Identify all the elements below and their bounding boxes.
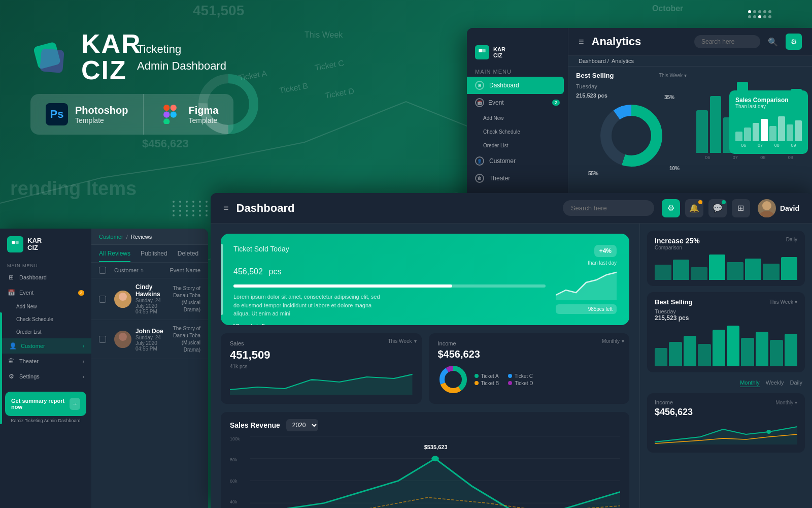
breadcrumb-reviews: Reviews [131, 234, 152, 240]
tab-monthly[interactable]: Monthly [740, 378, 760, 387]
increase-sub: Comparison [655, 245, 700, 250]
analytics-sidebar: KAR CIZ Main Menu ⊞ Dashboard 📅 Event 2 … [467, 28, 568, 221]
svg-point-6 [171, 112, 177, 118]
sc-subtitle: Than last day [735, 104, 802, 109]
analytics-menu-addnew[interactable]: Add New [467, 111, 568, 125]
ticket-progress-bar [233, 284, 546, 288]
review-checkbox-1[interactable] [99, 296, 106, 303]
analytics-logo-text: KAR CIZ [493, 46, 505, 58]
dots-pattern-1 [173, 201, 210, 216]
svg-point-34 [431, 456, 439, 461]
user-avatar [758, 199, 776, 217]
bell-button[interactable]: 🔔 [685, 199, 703, 217]
income-value-display: $456,623 [655, 407, 797, 418]
user-name: David [780, 204, 799, 212]
analytics-hamburger[interactable]: ≡ [579, 37, 584, 47]
increase-period: Daily [786, 237, 797, 242]
left-menu-dashboard[interactable]: ⊞ Dashboard [0, 270, 91, 285]
reviews-table-header: Customer ⇅ Event Name [91, 263, 208, 278]
bar-chart-labels: 06 07 08 09 [694, 155, 804, 160]
increase-bar-chart [655, 255, 797, 280]
tab-all-reviews[interactable]: All Reviews [99, 250, 130, 262]
income-line-chart [655, 419, 797, 444]
donut-label-10: 10% [669, 166, 680, 171]
left-menu-schedule[interactable]: Check Schedule [0, 313, 91, 326]
reviews-tabs: All Reviews Published Deleted [91, 245, 208, 263]
legend-ticket-a-dot [475, 374, 479, 378]
tab-published[interactable]: Published [141, 250, 167, 262]
review-checkbox-2[interactable] [99, 336, 106, 343]
stat-label-income: Income [438, 340, 621, 346]
grid-button[interactable]: ⊞ [732, 199, 750, 217]
left-menu-addnew[interactable]: Add New [0, 300, 91, 313]
bg-this-week: This Week [304, 30, 343, 40]
dashboard-search[interactable] [563, 200, 654, 216]
tab-weekly[interactable]: Weekly [766, 378, 784, 387]
analytics-logo: KAR CIZ [467, 38, 568, 65]
svg-rect-1 [40, 48, 64, 73]
left-menu-orderlist[interactable]: Oreder List [0, 326, 91, 338]
best-selling-right-card: Best Selling This Week ▾ Tuesday 215,523… [647, 292, 805, 372]
col-header-customer: Customer ⇅ [114, 267, 157, 273]
left-settings-icon: ⚙ [7, 372, 15, 380]
review-event-2: The Story of Danau Toba(Musical Drama) [168, 325, 200, 354]
stat-period-sales: This Week ▾ [388, 338, 416, 344]
analytics-menu-event[interactable]: 📅 Event 2 [467, 94, 568, 111]
breadcrumb-customer: Customer [99, 234, 123, 240]
bg-donut-decoration [198, 74, 259, 137]
review-row-2: John Doe Sunday, 24 July 2020 04:55 PM T… [91, 320, 208, 359]
get-report-arrow: → [70, 398, 80, 410]
income-donut-area: Ticket A Ticket C Ticket B Ticket D [438, 364, 621, 395]
sales-revenue-section: Sales Revenue 2020 100k 80k 60k 40k 20k [221, 412, 629, 508]
analytics-menu-schedule[interactable]: Check Schedule [467, 125, 568, 139]
year-select[interactable]: 2020 [286, 419, 318, 431]
analytics-menu-orderlist[interactable]: Oreder List [467, 139, 568, 152]
left-menu-event[interactable]: 📅 Event 2 [0, 285, 91, 300]
income-label: Income [655, 399, 673, 405]
photoshop-label: Photoshop Template [75, 105, 128, 124]
dashboard-hamburger[interactable]: ≡ [223, 203, 229, 213]
dashboard-title: Dashboard [236, 202, 555, 215]
bg-text-revenue: $456,623 [142, 137, 189, 150]
view-detail-button[interactable]: View detail → [233, 323, 274, 326]
tab-deleted[interactable]: Deleted [178, 250, 198, 262]
settings-button[interactable]: ⚙ [662, 199, 680, 217]
get-report-button[interactable]: Get summary report now → [5, 392, 86, 416]
analytics-menu-dashboard[interactable]: ⊞ Dashboard [467, 77, 564, 94]
photoshop-template[interactable]: Ps Photoshop Template [30, 94, 144, 135]
chat-button[interactable]: 💬 [708, 199, 727, 217]
analytics-gear-button[interactable]: ⚙ [786, 34, 802, 50]
search-icon[interactable]: 🔍 [768, 37, 778, 47]
analytics-menu-theater[interactable]: 🏛 Theater [467, 170, 568, 187]
income-period-label: Monthly ▾ [775, 400, 797, 405]
reviews-sidebar-nav: KAR CIZ Main Menu ⊞ Dashboard 📅 Event 2 … [0, 229, 91, 508]
ticket-badge: +4% [594, 245, 617, 257]
donut-label-35: 35% [664, 94, 674, 100]
svg-rect-5 [164, 118, 170, 124]
tab-daily[interactable]: Daily [790, 378, 802, 387]
best-selling-right-period: This Week ▾ [769, 299, 797, 305]
brand-name: KAR CIZ [81, 30, 142, 83]
event-icon: 📅 [475, 98, 484, 107]
review-event-1: The Story of Danau Toba(Musical Drama) [168, 285, 200, 313]
stat-card-sales: This Week ▾ Sales 451,509 41k pcs [221, 333, 422, 404]
left-menu-customer[interactable]: 👤 Customer › [0, 338, 91, 354]
analytics-search[interactable] [694, 35, 760, 48]
sort-icon[interactable]: ⇅ [141, 268, 144, 273]
left-theater-icon: 🏛 [7, 357, 15, 365]
income-donut-chart [438, 364, 468, 395]
sc-bar-chart [735, 113, 802, 141]
best-selling-right-count: 215,523 pcs [655, 314, 797, 322]
ticket-trend-chart [556, 270, 617, 300]
sales-comparison-card: Sales Comparison Than last day 06 07 08 … [729, 90, 808, 154]
best-selling-right-title: Best Selling [655, 298, 692, 306]
period-tabs: Monthly Weekly Daily [647, 378, 805, 387]
income-legend: Ticket A Ticket C Ticket B Ticket D [475, 373, 533, 386]
select-all-checkbox[interactable] [99, 267, 106, 274]
analytics-menu-customer[interactable]: 👤 Customer [467, 152, 568, 170]
left-menu-theater[interactable]: 🏛 Theater › [0, 354, 91, 369]
reviews-window: KAR CIZ Main Menu ⊞ Dashboard 📅 Event 2 … [0, 229, 208, 508]
bg-ticket-c: Ticket C [314, 58, 345, 73]
left-menu-settings[interactable]: ⚙ Settings › [0, 369, 91, 384]
dashboard-content: Ticket Sold Today 456,502 pcs Lorem ipsu… [211, 224, 812, 508]
